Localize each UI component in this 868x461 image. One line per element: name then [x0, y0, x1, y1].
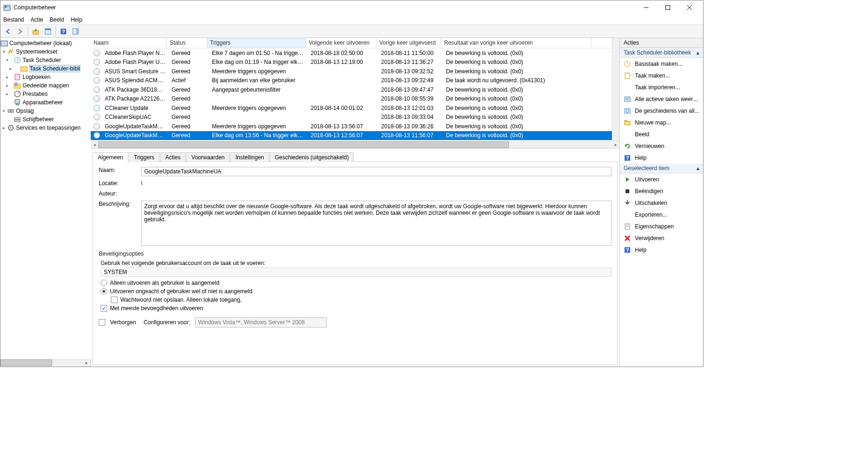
maximize-button[interactable] — [657, 0, 679, 15]
tab-settings[interactable]: Instellingen — [230, 152, 269, 162]
task-row[interactable]: Adobe Flash Player NPA...GereedElke 7 da… — [91, 48, 612, 58]
check-no-password[interactable] — [111, 297, 117, 303]
action-item[interactable]: Beëindigen — [620, 185, 703, 197]
tree-hscrollbar[interactable]: ▸ — [0, 359, 90, 367]
help-button[interactable]: ? — [58, 26, 69, 37]
clock-icon — [94, 86, 100, 93]
tree-prestaties[interactable]: ▸Prestaties — [0, 90, 91, 98]
action-item[interactable]: Verwijderen — [620, 232, 703, 244]
properties-button[interactable] — [42, 26, 54, 37]
action-item[interactable]: Uitvoeren — [620, 173, 703, 185]
check-hidden[interactable] — [99, 319, 105, 326]
col-status[interactable]: Status — [167, 38, 207, 48]
action-item[interactable]: Taak maken... — [620, 70, 703, 81]
actions-group-library[interactable]: Task Scheduler-bibliotheek▴ — [620, 48, 703, 58]
col-name[interactable]: Naam — [91, 38, 167, 48]
col-prev[interactable]: Vorige keer uitgevoerd — [376, 38, 441, 48]
radio-logged-on[interactable] — [101, 280, 107, 286]
blank-icon — [624, 84, 631, 91]
tab-triggers[interactable]: Triggers — [129, 152, 160, 162]
task-row[interactable]: ASUS Splendid ACMONActiefBij aanmelden v… — [91, 76, 612, 86]
task-row[interactable]: GoogleUpdateTaskMac...GereedMeerdere tri… — [91, 122, 612, 131]
tree-systeem[interactable]: ▾Systeemwerkset — [0, 47, 91, 56]
cell-name: ATK Package A22126881 — [102, 95, 169, 102]
cell-prev: 2018-08-13 11:56:07 — [378, 132, 443, 139]
action-item[interactable]: Taak importeren... — [620, 81, 703, 93]
action-item[interactable]: ?Help — [620, 244, 703, 256]
menu-help[interactable]: Help — [70, 16, 82, 23]
action-item[interactable]: Basistaak maken... — [620, 58, 703, 70]
grid-body[interactable]: Adobe Flash Player NPA...GereedElke 7 da… — [91, 48, 612, 141]
task-row[interactable]: ATK Package A22126881Gereed2018-08-10 08… — [91, 94, 612, 104]
menu-view[interactable]: Beeld — [50, 16, 64, 23]
play-icon — [624, 176, 631, 183]
actions-header: Acties — [620, 38, 703, 48]
action-item[interactable]: ?Help — [620, 152, 703, 164]
hist-icon — [624, 107, 631, 115]
task-row[interactable]: ASUS Smart Gesture Lau...GereedMeerdere … — [91, 67, 612, 76]
svg-rect-47 — [626, 189, 629, 193]
tree-apparaatbeheer[interactable]: Apparaatbeheer — [0, 98, 91, 107]
tree-services[interactable]: ▸Services en toepassingen — [0, 124, 91, 132]
tree-opslag[interactable]: ▾Opslag — [0, 107, 91, 115]
clock-icon — [94, 123, 100, 130]
back-button[interactable] — [2, 26, 14, 37]
tree-task-scheduler-library[interactable]: ▸Task Scheduler-bibli — [0, 64, 91, 73]
minimize-button[interactable] — [635, 0, 657, 15]
svg-rect-24 — [15, 100, 20, 103]
configure-for-dropdown[interactable]: Windows Vista™, Windows Server™ 2008 — [195, 317, 327, 328]
up-button[interactable] — [30, 26, 41, 37]
svg-rect-30 — [15, 120, 20, 122]
action-item[interactable]: Alle actieve taken weerg... — [620, 93, 703, 105]
action-item[interactable]: De geschiedenis van all... — [620, 105, 703, 117]
grid-hscrollbar[interactable]: ◂▸ — [91, 141, 619, 148]
action-item[interactable]: Uitschakelen — [620, 197, 703, 209]
cell-next: 2018-08-13 13:56:07 — [308, 123, 378, 130]
cell-result: De bewerking is voltooid. (0x0) — [443, 105, 594, 111]
action-item[interactable]: Beeld — [620, 128, 703, 140]
check-highest-priv[interactable] — [101, 305, 107, 312]
tree-task-scheduler[interactable]: ▾Task Scheduler — [0, 56, 91, 64]
col-result[interactable]: Resultaat van vorige keer uitvoeren — [441, 38, 592, 48]
actions-group-selected[interactable]: Geselecteerd item▴ — [620, 164, 703, 173]
field-name[interactable]: GoogleUpdateTaskMachineUA — [141, 167, 611, 176]
tree-logboeken[interactable]: ▸Logboeken — [0, 73, 91, 81]
task-row[interactable]: GoogleUpdateTaskMac...GereedElke dag om … — [91, 131, 612, 141]
svg-rect-4 — [666, 6, 670, 10]
label-author: Auteur: — [99, 190, 141, 197]
app-window: Computerbeheer Bestand Actie Beeld Help … — [0, 0, 704, 367]
tree-root[interactable]: Computerbeheer (lokaal) — [0, 39, 91, 47]
task-grid: Naam Status Triggers Volgende keer uitvo… — [91, 38, 619, 148]
menu-action[interactable]: Actie — [31, 16, 43, 23]
forward-button[interactable] — [15, 26, 26, 37]
svg-rect-29 — [15, 117, 20, 119]
col-next[interactable]: Volgende keer uitvoeren — [306, 38, 376, 48]
grid-vscrollbar[interactable] — [612, 38, 619, 141]
cell-status: Gereed — [169, 114, 209, 120]
task-row[interactable]: CCleaner UpdateGereedMeerdere triggers o… — [91, 103, 612, 113]
col-triggers[interactable]: Triggers — [207, 38, 306, 48]
task-row[interactable]: CCleanerSkipUACGereed2018-08-13 09:33:04… — [91, 113, 612, 122]
list-icon — [624, 95, 631, 103]
cell-name: ASUS Smart Gesture Lau... — [102, 68, 169, 75]
close-button[interactable] — [679, 0, 700, 15]
action-item[interactable]: Exporteren... — [620, 209, 703, 220]
tab-actions[interactable]: Acties — [160, 152, 186, 162]
tab-history[interactable]: Geschiedenis (uitgeschakeld) — [270, 152, 354, 162]
action-item[interactable]: Nieuwe map... — [620, 117, 703, 128]
tree-schijfbeheer[interactable]: Schijfbeheer — [0, 115, 91, 124]
menu-file[interactable]: Bestand — [3, 16, 24, 23]
svg-rect-19 — [15, 74, 20, 80]
radio-regardless[interactable] — [101, 288, 107, 295]
nav-tree[interactable]: Computerbeheer (lokaal) ▾Systeemwerkset … — [0, 38, 91, 359]
tab-general[interactable]: Algemeen — [93, 152, 128, 162]
task-row[interactable]: Adobe Flash Player Upd...GereedElke dag … — [91, 58, 612, 67]
action-item[interactable]: Eigenschappen — [620, 220, 703, 232]
show-pane-button[interactable] — [70, 26, 81, 37]
tab-conditions[interactable]: Voorwaarden — [186, 152, 230, 162]
svg-text:?: ? — [626, 155, 629, 161]
action-item[interactable]: Vernieuwen — [620, 140, 703, 152]
field-description[interactable]: Zorgt ervoor dat u altijd beschikt over … — [141, 201, 611, 246]
tree-gedeelde-mappen[interactable]: ▸Gedeelde mappen — [0, 81, 91, 90]
task-row[interactable]: ATK Package 36D18D69...GereedAangepast g… — [91, 85, 612, 94]
